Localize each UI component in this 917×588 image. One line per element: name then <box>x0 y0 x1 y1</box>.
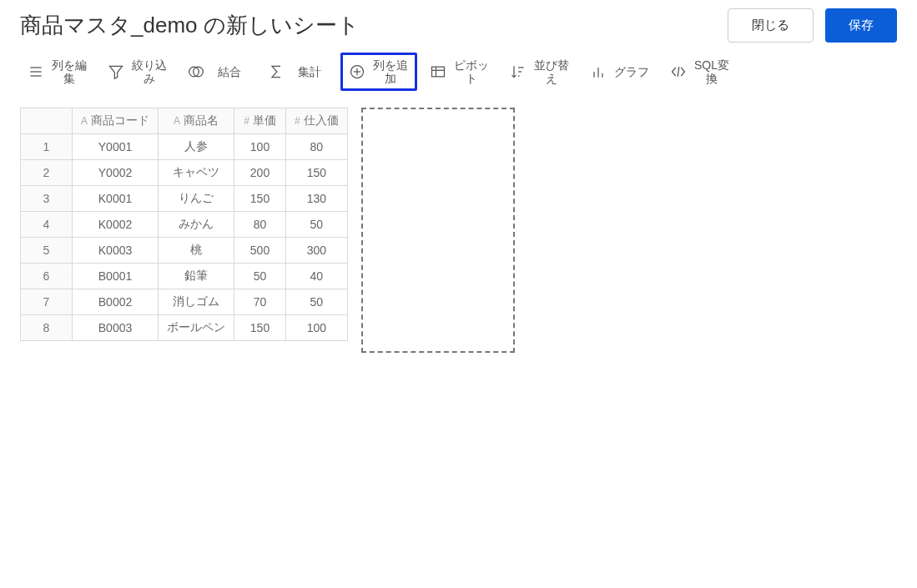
page-title: 商品マスタ_demo の新しいシート <box>20 11 360 40</box>
column-header[interactable]: # 単価 <box>234 108 286 134</box>
sort-icon <box>509 63 527 81</box>
column-header[interactable]: # 仕入価 <box>286 108 348 134</box>
cell[interactable]: Y0002 <box>73 160 159 186</box>
cell[interactable]: 130 <box>286 186 348 212</box>
cell[interactable]: 150 <box>286 160 348 186</box>
data-table[interactable]: A 商品コード A 商品名 # 単価 <box>20 108 348 341</box>
column-header[interactable]: A 商品コード <box>73 108 159 134</box>
cell[interactable]: 桃 <box>159 238 234 264</box>
tool-label: 絞り込み <box>130 58 169 85</box>
tool-label: 結合 <box>210 65 249 78</box>
cell[interactable]: K0001 <box>73 186 159 212</box>
table-row[interactable]: 4K0002みかん8050 <box>21 212 348 238</box>
tool-label: 列を追加 <box>371 58 410 85</box>
sql-tool[interactable]: SQL変換 <box>663 53 738 90</box>
cell[interactable]: キャベツ <box>159 160 234 186</box>
corner-cell <box>21 108 73 134</box>
row-number: 1 <box>21 134 73 160</box>
column-name: 仕入価 <box>304 113 339 128</box>
tool-label: 並び替え <box>532 58 571 85</box>
svg-marker-3 <box>110 66 123 78</box>
column-name: 商品コード <box>91 113 149 128</box>
toolbar: 列を編集 絞り込み 結合 集計 列を追加 ピボット 並び替え <box>20 53 897 91</box>
cell[interactable]: 消しゴム <box>159 289 234 315</box>
table-icon <box>429 63 447 81</box>
row-number: 2 <box>21 160 73 186</box>
type-number-icon: # <box>295 115 300 127</box>
sigma-icon <box>267 63 285 81</box>
cell[interactable]: りんご <box>159 186 234 212</box>
save-button[interactable]: 保存 <box>825 8 897 43</box>
cell[interactable]: K0003 <box>73 238 159 264</box>
cell[interactable]: 100 <box>234 134 286 160</box>
cell[interactable]: 300 <box>286 238 348 264</box>
tool-label: 集計 <box>290 65 329 78</box>
table-row[interactable]: 7B0002消しゴム7050 <box>21 289 348 315</box>
cell[interactable]: 150 <box>234 186 286 212</box>
row-number: 6 <box>21 264 73 289</box>
cell[interactable]: 200 <box>234 160 286 186</box>
column-name: 商品名 <box>184 113 219 128</box>
svg-rect-9 <box>432 67 445 77</box>
table-row[interactable]: 8B0003ボールペン150100 <box>21 315 348 341</box>
plus-circle-icon <box>348 63 366 81</box>
join-icon <box>187 63 205 81</box>
table-row[interactable]: 3K0001りんご150130 <box>21 186 348 212</box>
cell[interactable]: K0002 <box>73 212 159 238</box>
code-icon <box>669 63 688 81</box>
cell[interactable]: 50 <box>286 212 348 238</box>
cell[interactable]: ボールペン <box>159 315 234 341</box>
cell[interactable]: みかん <box>159 212 234 238</box>
bar-chart-icon <box>589 63 607 81</box>
tool-label: SQL変換 <box>693 58 731 85</box>
column-name: 単価 <box>253 113 276 128</box>
row-number: 7 <box>21 289 73 315</box>
edit-column-tool[interactable]: 列を編集 <box>20 53 95 90</box>
cell[interactable]: 人参 <box>159 134 234 160</box>
tool-label: グラフ <box>612 65 651 78</box>
join-tool[interactable]: 結合 <box>180 58 255 86</box>
cell[interactable]: B0001 <box>73 264 159 289</box>
add-column-tool[interactable]: 列を追加 <box>340 53 417 91</box>
table-row[interactable]: 6B0001鉛筆5040 <box>21 264 348 289</box>
tool-label: 列を編集 <box>50 58 88 85</box>
table-row[interactable]: 5K0003桃500300 <box>21 238 348 264</box>
row-number: 4 <box>21 212 73 238</box>
tool-label: ピボット <box>452 58 491 85</box>
drop-placeholder[interactable] <box>361 108 515 353</box>
svg-line-19 <box>678 67 679 77</box>
cell[interactable]: 80 <box>286 134 348 160</box>
cell[interactable]: 80 <box>234 212 286 238</box>
chart-tool[interactable]: グラフ <box>582 58 658 86</box>
cell[interactable]: 40 <box>286 264 348 289</box>
type-text-icon: A <box>174 115 180 127</box>
column-header[interactable]: A 商品名 <box>159 108 234 134</box>
cell[interactable]: 50 <box>234 264 286 289</box>
cell[interactable]: B0003 <box>73 315 159 341</box>
cell[interactable]: 150 <box>234 315 286 341</box>
row-number: 8 <box>21 315 73 341</box>
close-button[interactable]: 閉じる <box>728 8 814 43</box>
cell[interactable]: 100 <box>286 315 348 341</box>
type-number-icon: # <box>244 115 249 127</box>
filter-tool[interactable]: 絞り込み <box>100 53 175 90</box>
sort-tool[interactable]: 並び替え <box>502 53 577 90</box>
cell[interactable]: 鉛筆 <box>159 264 234 289</box>
cell[interactable]: Y0001 <box>73 134 159 160</box>
row-number: 3 <box>21 186 73 212</box>
funnel-icon <box>107 63 125 81</box>
cell[interactable]: 500 <box>234 238 286 264</box>
table-row[interactable]: 2Y0002キャベツ200150 <box>21 160 348 186</box>
type-text-icon: A <box>81 115 88 127</box>
row-number: 5 <box>21 238 73 264</box>
cell[interactable]: 50 <box>286 289 348 315</box>
list-icon <box>27 63 45 81</box>
aggregate-tool[interactable]: 集計 <box>260 58 335 86</box>
pivot-tool[interactable]: ピボット <box>422 53 497 90</box>
table-row[interactable]: 1Y0001人参10080 <box>21 134 348 160</box>
cell[interactable]: B0002 <box>73 289 159 315</box>
cell[interactable]: 70 <box>234 289 286 315</box>
